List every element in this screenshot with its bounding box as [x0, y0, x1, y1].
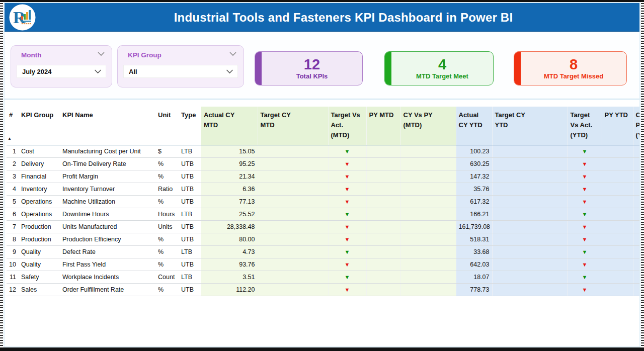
cell-tva_ytd: ▼ [568, 157, 602, 170]
total-kpis-card[interactable]: 12 Total KPIs [255, 51, 363, 85]
cell-target_mtd [258, 157, 328, 170]
cell-idx: 10 [7, 258, 19, 271]
kpi-table-container[interactable]: #▲KPI GroupKPI NameUnitTypeActual CY MTD… [7, 107, 639, 346]
cell-actual_mtd: 80.00 [201, 233, 258, 245]
cell-target_mtd [258, 283, 328, 296]
cell-group: Quality [19, 258, 60, 271]
total-kpis-label: Total KPIs [296, 72, 328, 80]
cell-tva_ytd: ▼ [568, 258, 602, 271]
cell-idx: 2 [7, 157, 19, 170]
red-down-triangle-icon: ▼ [345, 161, 350, 167]
mtd-target-missed-card[interactable]: 8 MTD Target Missed [514, 51, 627, 85]
cell-cyvspy_ytd [633, 208, 639, 220]
right-perforation-edge [641, 0, 644, 351]
cell-cyvspy_mtd [400, 208, 456, 220]
red-down-triangle-icon: ▼ [345, 224, 350, 230]
screenshot-frame: R Industrial Tools and Fasteners KPI Das… [0, 0, 644, 351]
cell-py_ytd [602, 157, 633, 170]
column-header-tva_ytd[interactable]: Target Vs Act. (YTD) [568, 107, 602, 145]
column-header-target_mtd[interactable]: Target CY MTD [258, 107, 328, 145]
table-row[interactable]: 4InventoryInventory TurnoverRatioUTB6.36… [7, 183, 639, 195]
cell-type: UTB [179, 233, 201, 245]
mtd-target-meet-card[interactable]: 4 MTD Target Meet [384, 51, 494, 85]
cell-actual_ytd: 35.76 [456, 183, 492, 195]
table-row[interactable]: 2DeliveryOn-Time Delivery Rate%UTB95.25▼… [7, 157, 639, 170]
cell-cyvspy_mtd [400, 195, 456, 208]
cell-unit: $ [155, 145, 179, 157]
column-header-group[interactable]: KPI Group [19, 107, 60, 145]
cell-target_mtd [258, 271, 328, 283]
cell-target_mtd [258, 233, 328, 245]
table-header-row: #▲KPI GroupKPI NameUnitTypeActual CY MTD… [7, 107, 639, 145]
cell-cyvspy_mtd [400, 258, 456, 271]
column-header-type[interactable]: Type [179, 107, 201, 145]
kpi-table: #▲KPI GroupKPI NameUnitTypeActual CY MTD… [7, 107, 639, 296]
cell-group: Sales [19, 283, 60, 296]
month-slicer-label: Month [21, 51, 41, 59]
cell-tva_mtd: ▼ [328, 157, 366, 170]
table-row[interactable]: 9QualityDefect Rate%LTB4.73▼33.68▼ [7, 245, 639, 258]
mtd-target-meet-label: MTD Target Meet [416, 72, 468, 80]
cell-type: UTB [179, 195, 201, 208]
cell-tva_mtd: ▼ [328, 271, 366, 283]
chevron-down-icon [94, 69, 102, 74]
chevron-down-icon[interactable] [98, 52, 105, 56]
column-header-actual_ytd[interactable]: Actual CY YTD [456, 107, 492, 145]
column-header-name[interactable]: KPI Name [60, 107, 155, 145]
cell-type: UTB [179, 220, 201, 233]
cell-tva_mtd: ▼ [328, 145, 366, 157]
month-dropdown[interactable]: July 2024 [17, 65, 106, 78]
column-header-tva_mtd[interactable]: Target Vs Act. (MTD) [328, 107, 366, 145]
cell-tva_mtd: ▼ [328, 258, 366, 271]
cell-group: Inventory [19, 183, 60, 195]
column-header-actual_mtd[interactable]: Actual CY MTD [201, 107, 258, 145]
cell-idx: 12 [7, 283, 19, 296]
cell-target_mtd [258, 145, 328, 157]
cell-tva_mtd: ▼ [328, 195, 366, 208]
column-header-cyvspy_ytd[interactable]: CY Vs PY (YTD) [633, 107, 639, 145]
company-logo-icon: R [9, 4, 36, 31]
cell-idx: 6 [7, 208, 19, 220]
column-header-idx[interactable]: #▲ [7, 107, 19, 145]
chevron-down-icon[interactable] [229, 52, 236, 56]
table-row[interactable]: 3FinancialProfit Margin%UTB21.34▼147.32▼ [7, 170, 639, 183]
table-row[interactable]: 7ProductionUnits ManufacturedUnitsUTB28,… [7, 220, 639, 233]
cell-unit: % [155, 258, 179, 271]
table-row[interactable]: 1CostManufacturing Cost per Unit$LTB15.0… [7, 145, 639, 157]
column-header-unit[interactable]: Unit [155, 107, 179, 145]
green-down-triangle-icon: ▼ [582, 249, 588, 255]
cell-idx: 8 [7, 233, 19, 245]
table-row[interactable]: 6OperationsDowntime HoursHoursLTB25.52▼1… [7, 208, 639, 220]
cell-target_mtd [258, 170, 328, 183]
kpi-group-dropdown-value: All [129, 68, 137, 75]
column-header-cyvspy_mtd[interactable]: CY Vs PY (MTD) [400, 107, 456, 145]
cell-actual_ytd: 33.68 [456, 245, 492, 258]
cell-name: Downtime Hours [60, 208, 155, 220]
table-row[interactable]: 11SafetyWorkplace IncidentsCountLTB3.51▼… [7, 271, 639, 283]
table-row[interactable]: 12SalesOrder Fulfillment Rate%UTB112.20▼… [7, 283, 639, 296]
cell-cyvspy_ytd [633, 183, 639, 195]
kpi-group-slicer: KPI Group All [117, 45, 244, 87]
cell-cyvspy_ytd [633, 195, 639, 208]
cell-tva_ytd: ▼ [568, 245, 602, 258]
cell-actual_mtd: 28,338.48 [201, 220, 258, 233]
cell-group: Quality [19, 245, 60, 258]
column-header-py_mtd[interactable]: PY MTD [366, 107, 400, 145]
cell-group: Cost [19, 145, 60, 157]
column-header-py_ytd[interactable]: PY YTD [602, 107, 633, 145]
cell-actual_mtd: 25.52 [201, 208, 258, 220]
column-header-target_ytd[interactable]: Target CY YTD [492, 107, 568, 145]
table-row[interactable]: 10QualityFirst Pass Yield%UTB93.76▼642.0… [7, 258, 639, 271]
cell-py_ytd [602, 220, 633, 233]
green-down-triangle-icon: ▼ [345, 274, 350, 280]
table-row[interactable]: 5OperationsMachine Utilization%UTB77.13▼… [7, 195, 639, 208]
kpi-group-dropdown[interactable]: All [123, 65, 238, 78]
cell-actual_mtd: 21.34 [201, 170, 258, 183]
red-down-triangle-icon: ▼ [345, 287, 350, 293]
cell-type: LTB [179, 271, 201, 283]
cell-target_ytd [492, 245, 568, 258]
table-row[interactable]: 8ProductionProduction Efficiency%UTB80.0… [7, 233, 639, 245]
cell-actual_mtd: 3.51 [201, 271, 258, 283]
month-dropdown-value: July 2024 [22, 68, 52, 75]
page-title: Industrial Tools and Fasteners KPI Dashb… [5, 3, 639, 32]
